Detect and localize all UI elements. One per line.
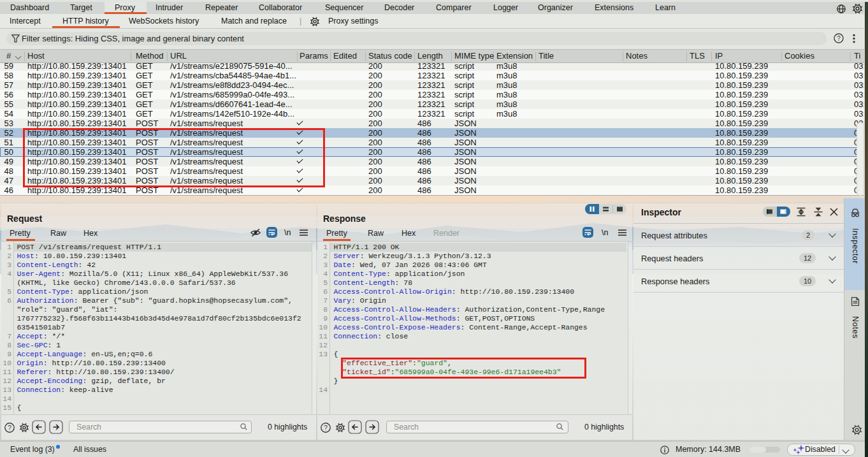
svg-text:?: ? [837, 35, 841, 42]
svg-text:?: ? [324, 424, 328, 432]
svg-text:?: ? [8, 424, 11, 432]
